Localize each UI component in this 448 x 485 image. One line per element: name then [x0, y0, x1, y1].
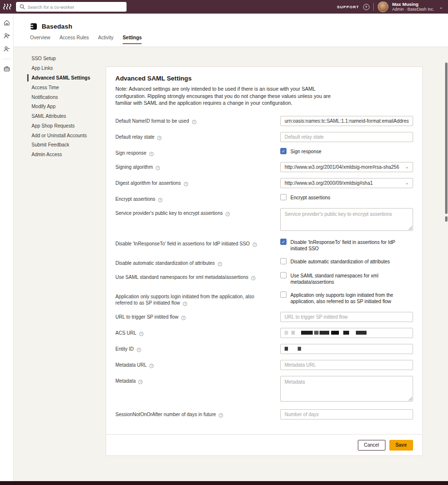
field-label: Default relay state ? [115, 132, 280, 140]
info-icon[interactable]: ? [149, 152, 154, 156]
default-relay-state-input[interactable] [280, 132, 413, 142]
field-control [280, 312, 413, 322]
field-label: Sign response ? [115, 148, 280, 156]
info-icon[interactable]: ? [158, 198, 162, 202]
redacted-block [285, 347, 288, 351]
tab-settings[interactable]: Settings [123, 35, 142, 44]
info-icon[interactable]: ? [225, 212, 230, 216]
settings-nav-item-add-or-uninstall-accounts[interactable]: Add or Uninstall Accounts [32, 130, 109, 140]
bottom-bar [0, 481, 448, 485]
redacted-block [301, 331, 313, 335]
scrollbar-thumb-secondary[interactable] [445, 216, 448, 222]
signing-algorithm-select[interactable]: http://www.w3.org/2001/04/xmldsig-more#r… [280, 162, 413, 172]
service-provider-s-public-key-to-encrypt-textarea[interactable] [280, 208, 413, 231]
rippling-logo[interactable] [0, 0, 15, 14]
info-icon[interactable]: ? [184, 182, 188, 186]
use-saml-standard-namespaces-for-xml-met-checkbox-row: Use SAML standard namespaces for xml met… [280, 272, 413, 286]
redacted-block [314, 331, 319, 335]
settings-nav: SSO SetupApp LinksAdvanced SAML Settings… [32, 54, 109, 160]
field-label: Signing algorithm ? [115, 162, 280, 170]
info-icon[interactable]: ? [218, 262, 222, 266]
form-row-encrypt-assertions: Encrypt assertions ?Encrypt assertions [115, 194, 413, 202]
field-control: Encrypt assertions [280, 194, 413, 201]
field-label: ACS URL ? [115, 328, 280, 336]
settings-nav-item-saml-attributes[interactable]: SAML Attributes [32, 112, 109, 121]
settings-nav-item-app-links[interactable]: App Links [32, 64, 109, 73]
field-control [280, 360, 413, 370]
settings-nav-item-access-time[interactable]: Access Time [32, 82, 109, 92]
field-control: Use SAML standard namespaces for xml met… [280, 272, 413, 286]
sessionnotonorafter-number-of-days-in-fu-input[interactable] [280, 409, 413, 420]
field-control [280, 132, 413, 142]
person-remove-icon[interactable] [3, 46, 10, 52]
rail-divider [3, 59, 11, 59]
support-link[interactable]: SUPPORT [337, 5, 359, 9]
info-icon[interactable]: ? [253, 242, 257, 247]
info-icon[interactable]: ? [192, 120, 196, 124]
chevron-down-icon[interactable]: ⌄ [439, 4, 443, 10]
form-row-default-nameid-format-to-be-used: Default NameID format to be used ? [115, 116, 413, 126]
info-icon[interactable]: ? [157, 136, 161, 140]
search-icon [19, 4, 25, 10]
info-icon[interactable]: ? [183, 302, 187, 306]
field-label: Encrypt assertions ? [115, 194, 280, 202]
metadata-textarea[interactable] [280, 376, 413, 402]
info-icon[interactable]: ? [137, 348, 141, 352]
user-info[interactable]: Max Musing Admin · BaseDash Inc. [392, 2, 434, 12]
field-label: SessionNotOnOrAfter number of days in fu… [115, 409, 280, 418]
home-icon[interactable] [3, 19, 10, 26]
info-icon[interactable]: ? [139, 332, 144, 336]
tab-overview[interactable]: Overview [30, 35, 50, 44]
briefcase-icon[interactable] [3, 65, 10, 72]
encrypt-assertions-checkbox-row: Encrypt assertions [280, 194, 413, 201]
settings-nav-item-sso-setup[interactable]: SSO Setup [32, 54, 109, 64]
form-row-url-to-trigger-sp-initited-flow: URL to trigger SP initited flow ? [115, 312, 413, 322]
form-row-entity-id: Entity ID ? [115, 344, 413, 354]
panel-title: Advanced SAML Settings [115, 75, 413, 82]
save-button[interactable]: Save [389, 440, 413, 451]
sign-response-checkbox[interactable]: ✓ [280, 148, 287, 154]
disable-inresponseto-field-in-assertions-checkbox[interactable]: ✓ [280, 239, 287, 245]
panel-note: Note: Advanced settings are only intende… [115, 85, 331, 107]
settings-nav-item-admin-access[interactable]: Admin Access [32, 150, 109, 160]
info-icon[interactable]: ? [181, 316, 186, 320]
encrypt-assertions-checkbox[interactable] [280, 194, 287, 200]
form-row-sessionnotonorafter-number-of-days-in-fu: SessionNotOnOrAfter number of days in fu… [115, 409, 413, 420]
redacted-block [298, 347, 301, 351]
default-nameid-format-to-be-used-input[interactable] [280, 116, 413, 126]
info-icon[interactable]: ? [138, 380, 143, 384]
app-header: Basedash OverviewAccess RulesActivitySet… [14, 14, 448, 47]
entity-id-input[interactable] [280, 344, 413, 354]
tab-access-rules[interactable]: Access Rules [60, 35, 89, 44]
acs-url-input[interactable] [280, 328, 413, 338]
settings-nav-item-advanced-saml-settings[interactable]: Advanced SAML Settings [32, 73, 109, 83]
scrollbar-thumb[interactable] [445, 63, 448, 214]
use-saml-standard-namespaces-for-xml-met-checkbox[interactable] [280, 272, 287, 278]
info-icon[interactable]: ? [156, 166, 160, 170]
field-control: Disable automatic standardization of att… [280, 258, 413, 265]
form-row-use-saml-standard-namespaces-for-xml-met: Use SAML standard namespaces for xml met… [115, 272, 413, 286]
search-input[interactable] [16, 2, 127, 12]
settings-nav-item-submit-feedback[interactable]: Submit Feedback [32, 140, 109, 150]
info-icon[interactable]: ? [149, 364, 154, 368]
settings-nav-item-notifications[interactable]: Notifications [32, 92, 109, 102]
field-label: Disable automatic standardization of att… [115, 258, 280, 266]
user-role: Admin · BaseDash Inc. [392, 7, 434, 12]
info-icon[interactable]: ? [219, 413, 223, 418]
url-to-trigger-sp-initited-flow-input[interactable] [280, 312, 413, 322]
application-only-supports-login-initiate-checkbox[interactable] [280, 291, 287, 298]
avatar[interactable] [378, 1, 388, 12]
metadata-url-input[interactable] [280, 360, 413, 370]
settings-nav-item-modify-app[interactable]: Modify App [32, 102, 109, 112]
person-add-icon[interactable] [3, 32, 10, 39]
cancel-button[interactable]: Cancel [358, 440, 385, 451]
form-row-signing-algorithm: Signing algorithm ?http://www.w3.org/200… [115, 162, 413, 172]
field-control: http://www.w3.org/2000/09/xmldsig#sha1⌄ [280, 178, 413, 188]
disable-automatic-standardization-of-att-checkbox[interactable] [280, 258, 287, 264]
settings-nav-item-app-shop-requests[interactable]: App Shop Requests [32, 121, 109, 130]
info-icon[interactable]: ? [251, 276, 256, 280]
help-icon[interactable]: ? [363, 4, 369, 10]
digest-algorithm-for-assertions-select[interactable]: http://www.w3.org/2000/09/xmldsig#sha1⌄ [280, 178, 413, 188]
tab-bar: OverviewAccess RulesActivitySettings [14, 30, 448, 44]
tab-activity[interactable]: Activity [98, 35, 113, 44]
